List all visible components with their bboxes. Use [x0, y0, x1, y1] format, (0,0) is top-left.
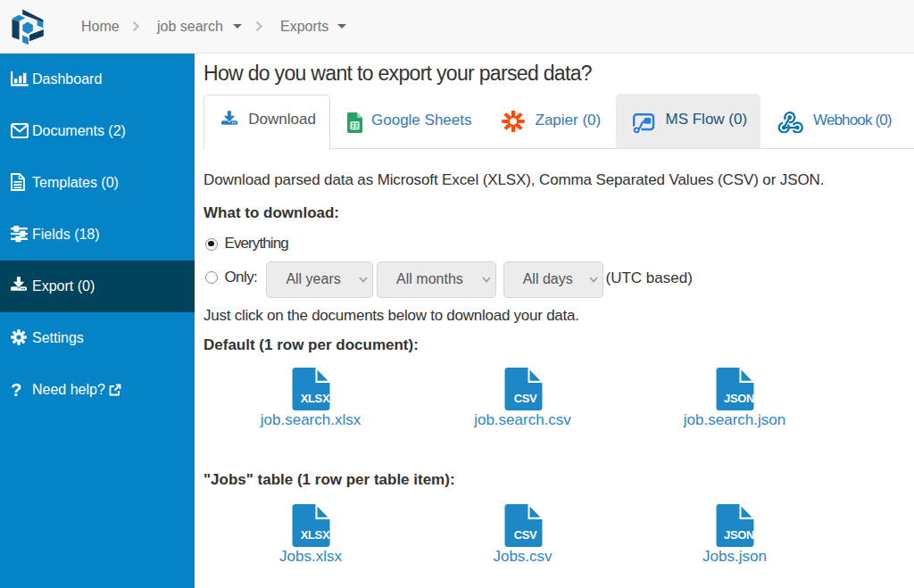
- svg-text:JSON: JSON: [724, 528, 754, 542]
- svg-text:JSON: JSON: [724, 391, 754, 404]
- svg-text:CSV: CSV: [513, 528, 536, 542]
- svg-text:CSV: CSV: [513, 391, 536, 404]
- svg-text:XLSX: XLSX: [301, 528, 330, 542]
- svg-text:XLSX: XLSX: [301, 391, 330, 404]
